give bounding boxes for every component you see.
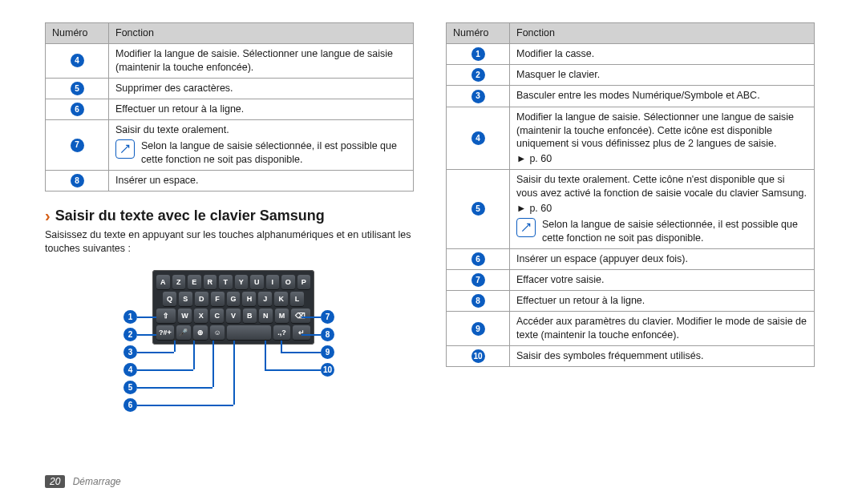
callout-6: 6	[123, 398, 137, 412]
table-row: 10Saisir des symboles fréquemment utilis…	[447, 346, 815, 367]
note-icon	[115, 139, 135, 159]
function-text: Modifier la casse.	[516, 47, 807, 61]
letter-key: A	[156, 275, 170, 289]
callout-5: 5	[123, 381, 137, 394]
callout-1: 1	[123, 310, 137, 324]
row-function-cell: Saisir des symboles fréquemment utilisés…	[510, 346, 815, 367]
number-badge: 5	[471, 202, 485, 216]
row-function-cell: Basculer entre les modes Numérique/Symbo…	[510, 86, 815, 107]
row-number-cell: 1	[447, 43, 510, 64]
callout-10: 10	[321, 363, 334, 377]
delete-key: ⌫	[291, 308, 310, 323]
row-number-cell: 4	[447, 107, 510, 170]
callout-2: 2	[123, 328, 137, 341]
row-function-cell: Saisir du texte oralement.Selon la langu…	[109, 120, 414, 171]
row-function-cell: Saisir du texte oralement. Cette icône n…	[510, 170, 815, 248]
right-column: Numéro Fonction 1Modifier la casse.2Masq…	[446, 22, 815, 477]
function-text: Insérer un espace (appuyer deux fois).	[516, 252, 807, 266]
table-row: 5Saisir du texte oralement. Cette icône …	[447, 170, 815, 248]
table-row: 7Effacer votre saisie.	[447, 269, 815, 290]
function-text: Supprimer des caractères.	[115, 82, 407, 95]
table-row: 6Effectuer un retour à la ligne.	[46, 99, 414, 119]
table-row: 9Accéder aux paramètres du clavier. Modi…	[447, 312, 815, 346]
row-function-cell: Modifier la langue de saisie. Sélectionn…	[109, 43, 414, 78]
section-heading: › Saisir du texte avec le clavier Samsun…	[45, 206, 414, 225]
space-key	[227, 325, 270, 340]
col-header-number: Numéro	[46, 23, 109, 44]
right-function-table: Numéro Fonction 1Modifier la casse.2Masq…	[446, 22, 815, 367]
table-row: 1Modifier la casse.	[447, 43, 815, 64]
number-badge: 4	[71, 54, 84, 67]
table-row: 7Saisir du texte oralement.Selon la lang…	[46, 120, 414, 171]
number-badge: 10	[471, 349, 485, 363]
page-reference: ►p. 60	[516, 152, 807, 166]
number-badge: 7	[471, 273, 485, 287]
function-text: Effacer votre saisie.	[516, 273, 807, 287]
symbols-key: ?#+	[156, 325, 174, 340]
row-number-cell: 6	[447, 248, 510, 269]
row-function-cell: Modifier la casse.	[510, 43, 815, 64]
letter-key: V	[226, 308, 240, 323]
letter-key: B	[243, 308, 257, 323]
page-number: 20	[45, 475, 65, 488]
language-key: ⊕	[193, 325, 208, 340]
function-text: Basculer entre les modes Numérique/Symbo…	[516, 89, 807, 103]
letter-key: O	[281, 275, 295, 289]
callout-4: 4	[123, 363, 137, 377]
punctuation-key: .,?	[273, 325, 291, 340]
row-number-cell: 8	[46, 170, 109, 191]
number-badge: 8	[471, 294, 485, 308]
row-number-cell: 7	[447, 269, 510, 290]
table-row: 5Supprimer des caractères.	[46, 78, 414, 99]
function-text: Saisir du texte oralement. Cette icône n…	[516, 173, 807, 200]
section-intro: Saisissez du texte en appuyant sur les t…	[45, 228, 414, 256]
row-function-cell: Insérer un espace (appuyer deux fois).	[510, 248, 815, 269]
chevron-icon: ›	[45, 208, 51, 224]
row-number-cell: 7	[46, 120, 109, 171]
note-text: Selon la langue de saisie sélectionnée, …	[141, 139, 407, 167]
letter-key: T	[219, 275, 233, 289]
letter-key: H	[242, 292, 256, 306]
number-badge: 7	[71, 139, 84, 152]
row-function-cell: Effectuer un retour à la ligne.	[510, 291, 815, 312]
table-row: 4Modifier la langue de saisie. Sélection…	[46, 43, 414, 78]
note: Selon la langue de saisie sélectionnée, …	[115, 139, 407, 167]
col-header-function: Fonction	[109, 23, 414, 44]
letter-key: J	[258, 292, 272, 306]
page-footer: 20 Démarrage	[45, 475, 121, 488]
row-function-cell: Effacer votre saisie.	[510, 269, 815, 290]
note-icon	[516, 218, 536, 237]
function-text: Masquer le clavier.	[516, 68, 807, 82]
number-badge: 6	[471, 252, 485, 266]
letter-key: S	[179, 292, 192, 306]
row-number-cell: 4	[46, 43, 109, 78]
number-badge: 6	[71, 103, 84, 116]
row-number-cell: 9	[447, 312, 510, 346]
function-text: Saisir du texte oralement.	[115, 123, 407, 137]
keyboard: AZERTYUIOP QSDFGHJKL ⇧WXCVBNM⌫ ?#+🎤⊕☺ .,…	[152, 270, 314, 345]
letter-key: U	[250, 275, 264, 289]
note: Selon la langue de saisie sélectionnée, …	[516, 218, 807, 245]
letter-key: I	[266, 275, 280, 289]
voice-key: 🎤	[176, 325, 191, 340]
col-header-number: Numéro	[447, 23, 510, 44]
page-reference: ►p. 60	[516, 202, 807, 216]
letter-key: P	[297, 275, 311, 289]
number-badge: 5	[71, 82, 84, 95]
note-text: Selon la langue de saisie sélectionnée, …	[542, 218, 807, 245]
left-column: Numéro Fonction 4Modifier la langue de s…	[45, 22, 414, 477]
row-number-cell: 5	[447, 170, 510, 248]
letter-key: F	[211, 292, 225, 306]
row-number-cell: 3	[447, 86, 510, 107]
table-row: 2Masquer le clavier.	[447, 65, 815, 86]
letter-key: K	[274, 292, 288, 306]
letter-key: E	[188, 275, 201, 289]
function-text: Modifier la langue de saisie. Sélectionn…	[516, 111, 807, 151]
section-title: Saisir du texte avec le clavier Samsung	[55, 206, 325, 225]
callout-9: 9	[321, 345, 334, 359]
function-text: Effectuer un retour à la ligne.	[516, 294, 807, 308]
number-badge: 3	[471, 90, 485, 103]
row-function-cell: Accéder aux paramètres du clavier. Modif…	[510, 312, 815, 346]
number-badge: 4	[471, 131, 485, 145]
table-row: 3Basculer entre les modes Numérique/Symb…	[447, 86, 815, 107]
